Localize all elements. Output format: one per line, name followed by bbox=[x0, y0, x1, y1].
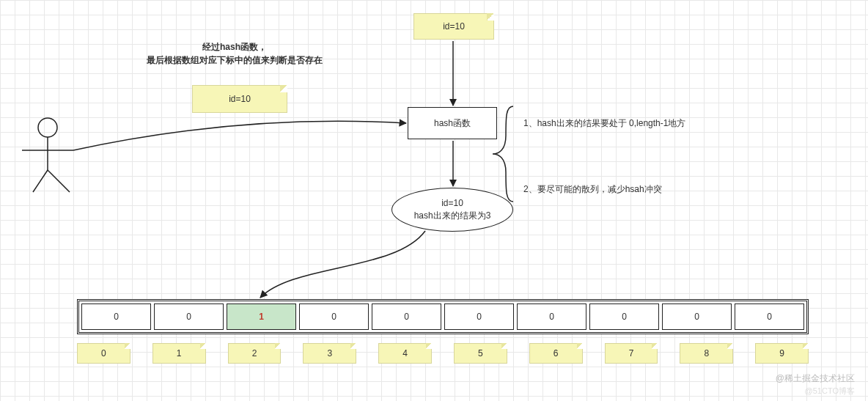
svg-point-0 bbox=[38, 118, 57, 137]
caption-line2: 最后根据数组对应下标中的值来判断是否存在 bbox=[132, 54, 337, 67]
caption-line1: 经过hash函数， bbox=[132, 40, 337, 54]
ellipse-line2: hash出来的结果为3 bbox=[414, 210, 491, 222]
ellipse-line1: id=10 bbox=[441, 197, 463, 210]
index-note: 9 bbox=[755, 343, 809, 364]
index-note: 2 bbox=[228, 343, 282, 364]
note-top-id-text: id=10 bbox=[443, 21, 465, 32]
index-note: 3 bbox=[303, 343, 356, 364]
hash-function-box: hash函数 bbox=[408, 107, 497, 139]
watermark-juejin: @稀土掘金技术社区 bbox=[776, 372, 855, 385]
array-cell: 0 bbox=[372, 303, 441, 330]
index-note: 1 bbox=[152, 343, 206, 364]
note-left-id: id=10 bbox=[192, 85, 287, 113]
note-top-id: id=10 bbox=[413, 13, 494, 40]
array-cell: 0 bbox=[81, 303, 151, 330]
svg-line-4 bbox=[48, 170, 70, 192]
array-cell: 0 bbox=[444, 303, 514, 330]
hash-function-label: hash函数 bbox=[434, 117, 471, 130]
array-cell: 0 bbox=[299, 303, 369, 330]
array-cell: 0 bbox=[735, 303, 804, 330]
array-cell: 0 bbox=[154, 303, 224, 330]
index-note: 6 bbox=[529, 343, 583, 364]
index-note: 8 bbox=[680, 343, 733, 364]
person-icon bbox=[22, 118, 73, 192]
rule-2: 2、要尽可能的散列，减少hsah冲突 bbox=[523, 183, 662, 196]
array-cell-hit: 1 bbox=[227, 303, 296, 330]
index-note: 7 bbox=[605, 343, 658, 364]
watermark-51cto: @51CTO博客 bbox=[805, 386, 855, 397]
svg-line-3 bbox=[33, 170, 48, 192]
caption: 经过hash函数， 最后根据数组对应下标中的值来判断是否存在 bbox=[132, 40, 337, 67]
index-note: 4 bbox=[378, 343, 432, 364]
array-cell: 0 bbox=[662, 303, 732, 330]
index-row: 0 1 2 3 4 5 6 7 8 9 bbox=[77, 343, 809, 364]
rule-1: 1、hash出来的结果要处于 0,length-1地方 bbox=[523, 117, 685, 130]
index-note: 0 bbox=[77, 343, 130, 364]
index-note: 5 bbox=[454, 343, 507, 364]
note-left-id-text: id=10 bbox=[229, 94, 251, 104]
array-cell: 0 bbox=[589, 303, 659, 330]
array-cell: 0 bbox=[517, 303, 586, 330]
hash-result-ellipse: id=10 hash出来的结果为3 bbox=[391, 188, 513, 232]
hash-array: 0 0 1 0 0 0 0 0 0 0 bbox=[77, 299, 809, 334]
